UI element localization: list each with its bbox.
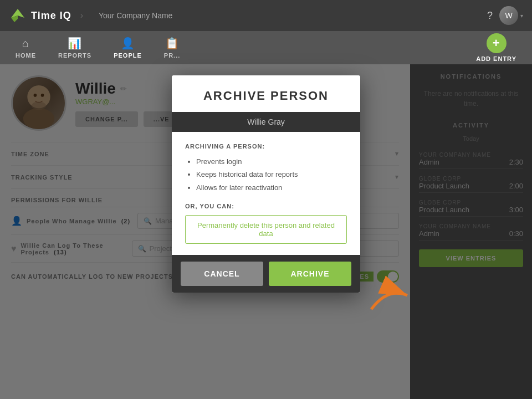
archive-bullets: Prevents login Keeps historical data for… [185,155,347,194]
or-label: OR, YOU CAN: [185,203,347,209]
add-entry-button[interactable]: + ADD ENTRY [465,29,528,66]
nav-home-label: HOME [16,52,36,59]
permanently-delete-button[interactable]: Permanently delete this person and relat… [185,215,347,244]
modal-body: ARCHIVING A PERSON: Prevents login Keeps… [172,132,360,255]
user-avatar-nav[interactable]: W [499,6,518,25]
nav-projects-label: PR... [164,52,180,59]
add-entry-label: ADD ENTRY [476,55,516,62]
archiving-label: ARCHIVING A PERSON: [185,143,347,150]
bullet-2: Keeps historical data for reports [196,168,347,181]
archive-person-modal: ARCHIVE PERSON Willie Gray ARCHIVING A P… [172,75,360,293]
cancel-button[interactable]: CANCEL [181,262,263,286]
add-entry-icon: + [487,33,507,53]
arrow-indicator [366,276,416,317]
bullet-3: Allows for later reactivation [196,181,347,194]
logo-area: Time IQ › Your Company Name [9,7,172,24]
reports-icon: 📊 [68,37,82,50]
people-icon: 👤 [121,37,135,50]
help-icon[interactable]: ? [487,10,493,22]
company-name: Your Company Name [99,11,172,20]
nav-people[interactable]: 👤 PEOPLE [103,32,153,63]
nav-people-label: PEOPLE [114,52,142,59]
modal-title: ARCHIVE PERSON [183,89,349,103]
modal-overlay: ARCHIVE PERSON Willie Gray ARCHIVING A P… [0,64,532,399]
bullet-1: Prevents login [196,155,347,168]
arrow-svg [366,276,416,315]
home-icon: ⌂ [22,37,29,50]
app-name: Time IQ [31,10,71,22]
modal-footer: CANCEL ARCHIVE [172,255,360,293]
archive-confirm-button[interactable]: ARCHIVE [269,262,351,286]
top-nav: Time IQ › Your Company Name ? W ▾ [0,0,532,31]
nav-reports[interactable]: 📊 REPORTS [47,32,103,63]
modal-header: ARCHIVE PERSON [172,75,360,112]
nav-reports-label: REPORTS [58,52,91,59]
nav-projects[interactable]: 📋 PR... [153,32,191,63]
main-content: Willie ✏ WGRAY@... CHANGE P... ...VE TIM… [0,64,532,399]
logo-icon [9,7,27,24]
modal-subtitle: Willie Gray [172,112,360,132]
sub-nav: ⌂ HOME 📊 REPORTS 👤 PEOPLE 📋 PR... + ADD … [0,31,532,64]
nav-home[interactable]: ⌂ HOME [4,33,47,63]
projects-icon: 📋 [165,37,180,50]
